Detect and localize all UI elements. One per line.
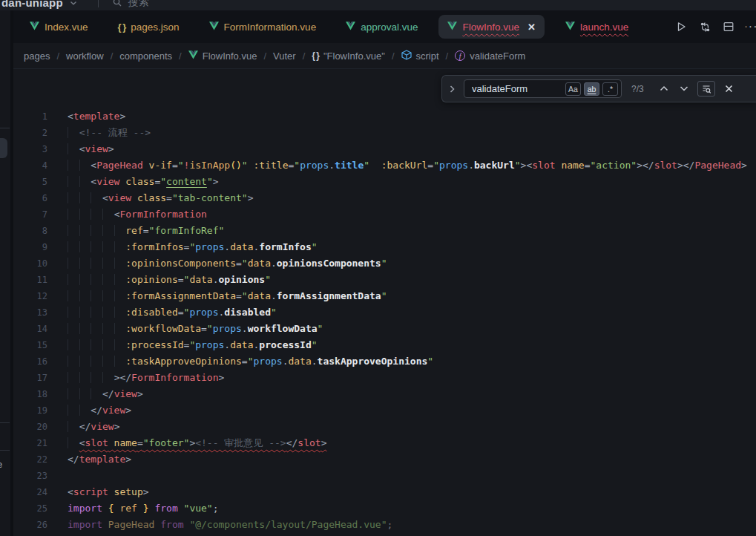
breadcrumb-item-pages[interactable]: pages [24,50,50,62]
whole-word-button[interactable]: ab [584,82,599,96]
code-line-2[interactable]: 2 <!-- 流程 --> [13,125,756,141]
breadcrumb-label: pages [24,50,50,62]
compare-changes-icon[interactable] [698,20,711,33]
close-tab-button[interactable]: ✕ [527,22,536,33]
code-line-19[interactable]: 19 </view> [13,402,756,419]
line-number[interactable]: 18 [13,386,47,402]
tab-FlowInfo.vue[interactable]: FlowInfo.vue✕ [438,15,544,39]
breadcrumb-item-Vuter[interactable]: Vuter [273,50,296,62]
line-number[interactable]: 24 [13,484,47,500]
code-line-5[interactable]: 5 <view class="content"> [13,174,756,190]
run-icon[interactable] [674,20,688,33]
line-number[interactable]: 17 [13,370,47,386]
line-number[interactable]: 5 [13,174,47,190]
vue-icon [447,20,457,33]
tab-Index.vue[interactable]: Index.vue [21,15,97,39]
line-number[interactable]: 22 [13,451,47,468]
tab-launch.vue[interactable]: launch.vue [556,15,637,39]
tab-label: Index.vue [45,22,88,33]
match-case-button[interactable]: Aa [565,82,581,96]
split-editor-icon[interactable] [722,20,735,33]
editor-actions: ··· [674,20,756,33]
code-line-13[interactable]: 13 :disabled="props.disabled" [13,304,756,321]
code-line-11[interactable]: 11 :opinions="data.opinions" [13,272,756,288]
line-number[interactable]: 19 [13,402,47,419]
chevron-down-icon[interactable] [70,0,77,9]
line-number[interactable]: 16 [13,353,47,370]
strip-activity-item[interactable] [0,138,7,158]
code-line-6[interactable]: 6 <view class="tab-content"> [13,190,756,206]
find-expand-chevron-icon[interactable] [447,85,457,94]
breadcrumb-item-FlowInfo.vue[interactable]: FlowInfo.vue [188,50,257,62]
code-line-10[interactable]: 10 :opinionsComponents="data.opinionsCom… [13,255,756,272]
code-line-21[interactable]: 21 <slot name="footer"><!-- 审批意见 --></sl… [13,435,756,451]
global-search-field[interactable]: 搜索 [128,0,149,9]
line-content: :formAssignmentData="data.formAssignment… [68,288,387,304]
code-line-3[interactable]: 3 <view> [13,141,756,157]
line-number[interactable]: 2 [13,125,47,141]
line-number[interactable]: 7 [13,206,47,223]
code-line-7[interactable]: 7 <FormInformation [13,206,756,223]
line-number[interactable]: 20 [13,419,47,435]
line-number[interactable]: 25 [13,500,47,517]
code-line-4[interactable]: 4 <PageHead v-if="!isInApp()" :title="pr… [13,157,756,174]
breadcrumb-item-components[interactable]: components [119,50,172,62]
code-line-16[interactable]: 16 :taskApproveOpinions="props.data.task… [13,353,756,370]
breadcrumb-item-script[interactable]: script [401,50,439,62]
code-line-24[interactable]: 24<script setup> [13,484,756,500]
breadcrumb-label: workflow [66,50,104,62]
code-line-9[interactable]: 9 :formInfos="props.data.formInfos" [13,239,756,255]
line-number[interactable]: 9 [13,239,47,255]
breadcrumb-item-validateForm[interactable]: fvalidateForm [455,50,525,62]
code-line-23[interactable]: 23 [13,468,756,484]
code-line-22[interactable]: 22</template> [13,451,756,468]
close-find-button[interactable] [722,82,735,96]
find-in-selection-button[interactable] [697,81,715,97]
more-actions-icon[interactable]: ··· [746,20,756,33]
breadcrumb-item-FlowInfo.vue[interactable]: { }"FlowInfo.vue" [312,50,385,62]
line-number[interactable]: 8 [13,223,47,239]
vue-icon [346,20,355,33]
line-number[interactable]: 11 [13,272,47,288]
line-number[interactable]: 26 [13,517,47,533]
line-number[interactable]: 21 [13,435,47,451]
next-match-button[interactable] [677,82,691,96]
indent-guide [91,274,102,285]
line-number[interactable]: 10 [13,255,47,272]
code-line-18[interactable]: 18 </view> [13,386,756,402]
indent-guide [114,258,126,269]
line-number[interactable]: 6 [13,190,47,206]
indent-guide [114,323,126,334]
indent-guide [68,192,79,203]
line-number[interactable]: 4 [13,157,47,174]
ide-window: dan-uniapp 搜索 e Index.vue{ }pages.jsonFo… [0,0,756,536]
code-line-1[interactable]: 1<template> [13,108,756,125]
code-line-15[interactable]: 15 :processId="props.data.processId" [13,337,756,353]
code-line-17[interactable]: 17 ></FormInformation> [13,370,756,386]
tab-FormInformation.vue[interactable]: FormInformation.vue [200,15,326,39]
line-number[interactable]: 1 [13,108,47,125]
previous-match-button[interactable] [657,82,671,96]
code-line-14[interactable]: 14 :workflowData="props.workflowData" [13,321,756,337]
line-number[interactable]: 12 [13,288,47,304]
line-number[interactable]: 14 [13,321,47,337]
line-content: :taskApproveOpinions="props.data.taskApp… [68,353,433,370]
line-number[interactable]: 23 [13,468,47,484]
breadcrumb-item-workflow[interactable]: workflow [66,50,104,62]
line-number[interactable]: 3 [13,141,47,157]
code-line-25[interactable]: 25import { ref } from "vue"; [13,500,756,517]
tab-pages.json[interactable]: { }pages.json [109,16,188,38]
code-line-12[interactable]: 12 :formAssignmentData="data.formAssignm… [13,288,756,304]
line-number[interactable]: 15 [13,337,47,353]
project-name[interactable]: dan-uniapp [1,0,63,9]
line-number[interactable]: 13 [13,304,47,321]
tab-approval.vue[interactable]: approval.vue [337,15,427,39]
indent-guide [79,339,91,350]
code-line-26[interactable]: 26import PageHead from "@/components/lay… [13,517,756,533]
code-line-20[interactable]: 20 </view> [13,419,756,435]
find-input-container: Aa ab .* [464,79,622,98]
regex-button[interactable]: .* [602,82,618,96]
code-line-8[interactable]: 8 ref="formInfoRef" [13,223,756,239]
indent-guide [91,192,102,203]
find-input[interactable] [470,82,562,95]
